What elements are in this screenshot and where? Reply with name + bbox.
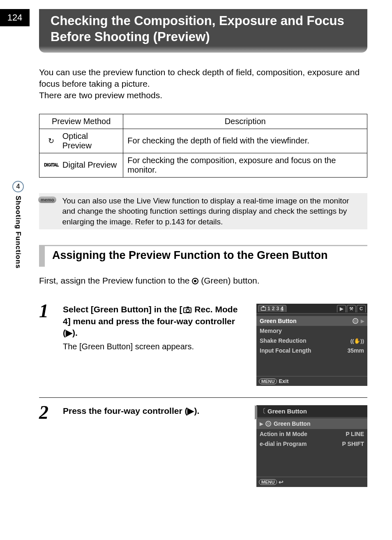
step-1: 1 Select [Green Button] in the [ Rec. Mo… (39, 304, 367, 386)
method-name: Optical Preview (62, 132, 119, 150)
green-button-icon (192, 278, 198, 284)
intro-text: You can use the preview function to chec… (39, 67, 367, 102)
chapter-number: 4 (12, 181, 24, 192)
camera-mini-icon (261, 307, 266, 311)
step-number: 1 (39, 304, 53, 319)
menu-button-label: MENU (259, 479, 277, 485)
section-heading: Assigning the Preview Function to the Gr… (39, 245, 367, 267)
back-arrow-icon: ↩ (279, 479, 284, 485)
table-header-desc: Description (123, 114, 367, 129)
lcd-tab-setup-icon: ⚒ (347, 305, 356, 312)
step-title: Press the four-way controller (▶). (63, 405, 242, 417)
side-tab: 4 Shooting Functions (12, 181, 24, 269)
step-2: 2 Press the four-way controller (▶). 〔Gr… (39, 405, 367, 487)
step-divider (39, 397, 367, 398)
lcd-screen-green-button: 〔Green Button ▶ Green Button Action in M… (256, 405, 367, 487)
method-desc: For checking the depth of field with the… (123, 129, 367, 153)
lcd-tab-playback-icon: ▶ (337, 305, 346, 312)
lcd-row-focal-length: Input Focal Length 35mm (260, 346, 364, 355)
lcd-tab-record: 1 2 3 4 (258, 305, 286, 312)
lcd-row-shake-reduction: Shake Reduction ((✋)) (260, 336, 364, 346)
method-name: Digital Preview (62, 160, 117, 170)
step-title: Select [Green Button] in the [ Rec. Mode… (63, 304, 242, 339)
preview-methods-table: Preview Method Description ↻ Optical Pre… (39, 114, 367, 178)
menu-button-label: MENU (259, 378, 277, 384)
table-row: DIGITAL Digital Preview For checking the… (39, 153, 367, 177)
lcd-row-edial-program: e-dial in Program P SHIFT (260, 439, 364, 449)
table-header-method: Preview Method (39, 114, 123, 129)
lcd-selected-row: ▶ Green Button (256, 418, 367, 429)
memo-text: You can also use the Live View function … (62, 196, 364, 227)
page-title-banner: Checking the Composition, Exposure and F… (39, 9, 367, 53)
digital-preview-icon: DIGITAL (45, 162, 58, 168)
chapter-label: Shooting Functions (14, 196, 22, 269)
page-number: 124 (0, 9, 30, 26)
chevron-right-icon: ▶ (361, 318, 364, 324)
shake-reduction-icon: ((✋)) (350, 338, 364, 344)
lcd-footer: MENU ↩ (256, 477, 367, 487)
lcd-screen-rec-mode: 1 2 3 4 ▶ ⚒ C Green Button ▶ (256, 304, 367, 386)
step-body: The [Green Button] screen appears. (63, 342, 242, 351)
section-intro: First, assign the Preview function to th… (39, 276, 367, 286)
lcd-row-action-m-mode: Action in M Mode P LINE (260, 429, 364, 439)
optical-preview-icon: ↻ (45, 136, 58, 145)
method-desc: For checking the composition, exposure a… (123, 153, 367, 177)
green-button-ring-icon (353, 318, 358, 324)
lcd-row-green-button: Green Button ▶ (256, 316, 367, 326)
triangle-right-icon: ▶ (260, 421, 263, 427)
lcd-tab-custom-icon: C (357, 305, 366, 312)
memo-badge-icon: memo (38, 196, 56, 203)
green-button-ring-icon (265, 421, 271, 427)
camera-icon (183, 307, 191, 313)
step-number: 2 (39, 405, 53, 420)
lcd-row-memory: Memory (260, 326, 364, 336)
lcd-title: 〔Green Button (256, 405, 367, 418)
memo-callout: memo You can also use the Live View func… (39, 193, 367, 230)
lcd-footer: MENU Exit (256, 376, 367, 386)
table-row: ↻ Optical Preview For checking the depth… (39, 129, 367, 153)
